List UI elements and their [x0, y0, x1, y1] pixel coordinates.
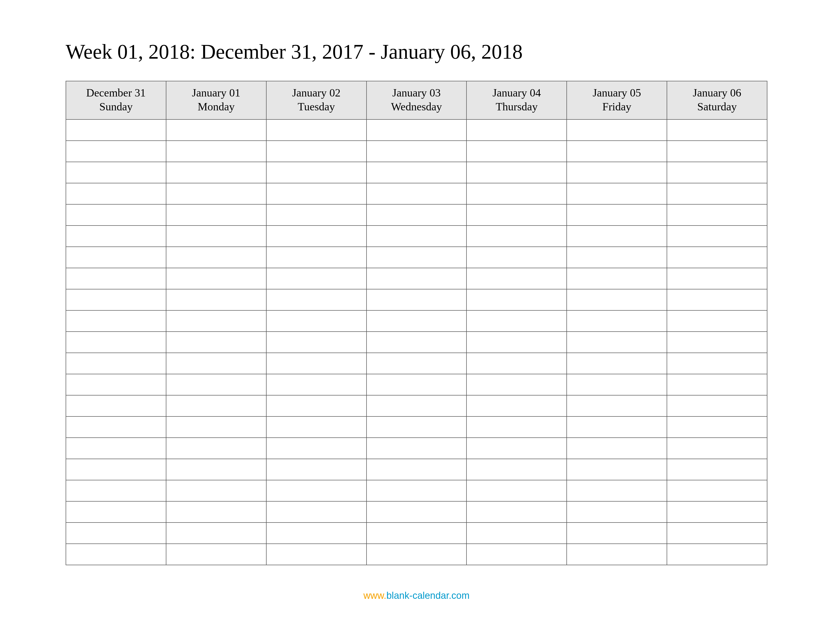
calendar-cell — [166, 204, 266, 225]
calendar-cell — [367, 438, 467, 459]
calendar-cell — [567, 119, 667, 141]
calendar-cell — [367, 353, 467, 374]
calendar-cell — [567, 311, 667, 332]
calendar-cell — [166, 289, 266, 311]
calendar-cell — [567, 523, 667, 544]
calendar-cell — [466, 247, 567, 268]
calendar-cell — [66, 332, 166, 353]
column-date: January 01 — [168, 86, 264, 100]
table-row — [66, 141, 767, 162]
calendar-cell — [466, 353, 567, 374]
table-row — [66, 480, 767, 501]
footer-www: www. — [363, 590, 386, 601]
calendar-cell — [466, 459, 567, 480]
column-date: January 04 — [469, 86, 564, 100]
calendar-cell — [266, 523, 367, 544]
calendar-cell — [667, 119, 767, 141]
calendar-cell — [466, 204, 567, 225]
calendar-cell — [567, 480, 667, 501]
calendar-cell — [266, 438, 367, 459]
calendar-cell — [367, 417, 467, 438]
table-row — [66, 119, 767, 141]
calendar-cell — [567, 247, 667, 268]
calendar-cell — [266, 353, 367, 374]
table-row — [66, 183, 767, 204]
calendar-cell — [367, 268, 467, 289]
calendar-cell — [166, 353, 266, 374]
calendar-cell — [166, 438, 266, 459]
calendar-cell — [166, 119, 266, 141]
column-header: December 31 Sunday — [66, 81, 166, 119]
calendar-cell — [66, 459, 166, 480]
calendar-cell — [266, 162, 367, 183]
calendar-cell — [66, 268, 166, 289]
calendar-cell — [166, 162, 266, 183]
calendar-cell — [266, 311, 367, 332]
calendar-cell — [66, 438, 166, 459]
column-day: Tuesday — [269, 100, 364, 114]
calendar-cell — [266, 204, 367, 225]
calendar-cell — [66, 544, 166, 565]
calendar-cell — [466, 395, 567, 417]
calendar-cell — [667, 459, 767, 480]
table-row — [66, 268, 767, 289]
table-row — [66, 459, 767, 480]
calendar-cell — [667, 523, 767, 544]
calendar-cell — [66, 162, 166, 183]
calendar-cell — [567, 268, 667, 289]
calendar-cell — [166, 183, 266, 204]
calendar-cell — [567, 459, 667, 480]
calendar-cell — [66, 374, 166, 395]
calendar-cell — [166, 247, 266, 268]
calendar-cell — [567, 353, 667, 374]
table-row — [66, 395, 767, 417]
page-title: Week 01, 2018: December 31, 2017 - Janua… — [66, 40, 767, 63]
calendar-cell — [367, 141, 467, 162]
calendar-cell — [367, 480, 467, 501]
column-header: January 04 Thursday — [466, 81, 567, 119]
calendar-cell — [266, 459, 367, 480]
calendar-cell — [466, 417, 567, 438]
calendar-cell — [667, 438, 767, 459]
column-header: January 05 Friday — [567, 81, 667, 119]
calendar-cell — [466, 374, 567, 395]
calendar-cell — [367, 332, 467, 353]
calendar-cell — [367, 162, 467, 183]
column-date: January 03 — [369, 86, 465, 100]
calendar-cell — [166, 459, 266, 480]
calendar-cell — [266, 268, 367, 289]
calendar-cell — [367, 247, 467, 268]
footer-link: www.blank-calendar.com — [0, 590, 833, 601]
calendar-cell — [466, 438, 567, 459]
calendar-cell — [567, 438, 667, 459]
calendar-cell — [166, 523, 266, 544]
calendar-cell — [667, 501, 767, 523]
calendar-cell — [567, 417, 667, 438]
calendar-cell — [367, 544, 467, 565]
calendar-cell — [66, 183, 166, 204]
calendar-cell — [567, 225, 667, 247]
calendar-cell — [166, 417, 266, 438]
calendar-cell — [367, 183, 467, 204]
table-row — [66, 353, 767, 374]
calendar-cell — [266, 332, 367, 353]
calendar-cell — [66, 225, 166, 247]
calendar-cell — [66, 480, 166, 501]
calendar-cell — [567, 395, 667, 417]
table-row — [66, 374, 767, 395]
calendar-cell — [667, 353, 767, 374]
calendar-cell — [266, 544, 367, 565]
calendar-cell — [667, 141, 767, 162]
table-row — [66, 204, 767, 225]
column-date: January 05 — [569, 86, 665, 100]
calendar-cell — [667, 204, 767, 225]
calendar-cell — [367, 501, 467, 523]
calendar-cell — [667, 268, 767, 289]
calendar-cell — [567, 204, 667, 225]
table-row — [66, 523, 767, 544]
calendar-cell — [667, 311, 767, 332]
column-day: Friday — [569, 100, 665, 114]
calendar-cell — [567, 162, 667, 183]
column-header: January 06 Saturday — [667, 81, 767, 119]
calendar-cell — [667, 395, 767, 417]
